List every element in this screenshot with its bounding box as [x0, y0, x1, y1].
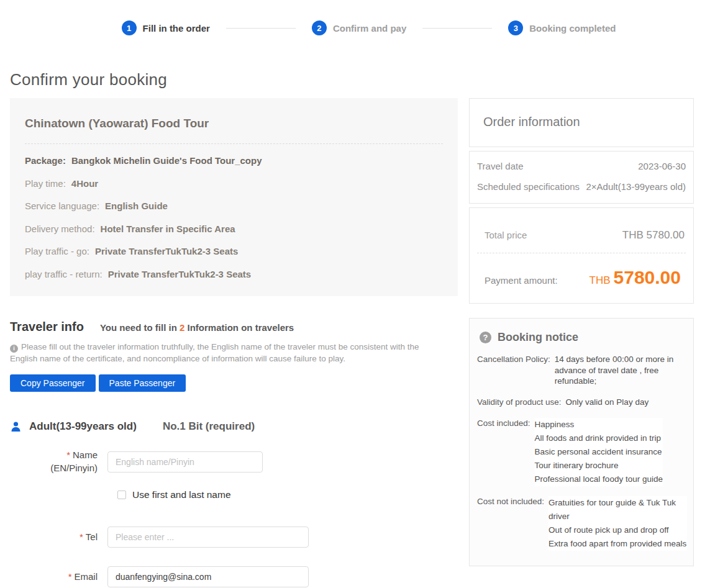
validity-row: Validity of product use: Only valid on P… — [476, 397, 687, 408]
step-connector — [226, 28, 296, 29]
cancellation-policy-label: Cancellation Policy: — [476, 354, 550, 365]
divider — [477, 253, 686, 253]
travel-date-value: 2023-06-30 — [638, 161, 686, 171]
cost-included-item: Basic personal accident insurance — [535, 445, 663, 459]
person-icon — [10, 421, 22, 433]
email-input[interactable] — [107, 566, 309, 587]
cancellation-policy-row: Cancellation Policy: 14 days before 00:0… — [476, 354, 687, 387]
scheduled-specifications-row: Scheduled specifications 2×Adult(13-99ye… — [477, 181, 686, 192]
detail-value: 4Hour — [71, 178, 98, 189]
price-box: Total price THB 5780.00 Payment amount: … — [469, 207, 694, 304]
subtitle-suffix: Information on travelers — [184, 322, 294, 333]
scheduled-specifications-value: 2×Adult(13-99years old) — [586, 181, 686, 192]
use-first-last-name-checkbox[interactable] — [117, 491, 126, 499]
travel-date-row: Travel date 2023-06-30 — [477, 161, 686, 171]
detail-value: Private TransferTukTuk2-3 Seats — [95, 246, 238, 256]
traveler-fill-count-text: You need to fill in 2 Information on tra… — [100, 322, 294, 333]
adult-seq-label: No.1 Bit (required) — [163, 420, 255, 433]
page-title: Confirm your booking — [10, 70, 710, 89]
total-price-value: THB 5780.00 — [622, 229, 685, 242]
traveler-info-heading: Traveler info — [10, 320, 84, 334]
email-label-text: Email — [74, 571, 98, 582]
detail-row-play-time: Play time:4Hour — [25, 178, 443, 190]
name-label-line2: (EN/Pinyin) — [50, 463, 98, 473]
step-2-label: Confirm and pay — [333, 23, 406, 34]
detail-row-delivery-method: Delivery method:Hotel Transfer in Specif… — [25, 223, 443, 235]
product-title: Chinatown (Yaowarat) Food Tour — [25, 117, 443, 130]
booking-notice-heading: Booking notice — [498, 331, 578, 344]
order-summary-box: Travel date 2023-06-30 Scheduled specifi… — [469, 151, 694, 204]
detail-label: Play time: — [25, 178, 66, 189]
traveler-note-text: Please fill out the traveler information… — [10, 342, 419, 363]
cost-included-item: Tour itinerary brochure — [535, 459, 663, 473]
payment-amount-number: 5780.00 — [614, 267, 681, 287]
detail-row-traffic-return: play traffic - return:Private TransferTu… — [25, 268, 443, 281]
traveler-note: iPlease fill out the traveler informatio… — [10, 341, 446, 364]
cost-included-item: Happiness — [535, 418, 663, 432]
cost-included-list: Happiness All foods and drink provided i… — [535, 418, 663, 486]
booking-stepper: 1 Fill in the order 2 Confirm and pay 3 … — [14, 0, 710, 35]
payment-amount-row: Payment amount: THB5780.00 — [477, 267, 686, 288]
cost-included-label: Cost included: — [476, 418, 530, 429]
payment-amount-label: Payment amount: — [485, 275, 558, 286]
validity-value: Only valid on Play day — [566, 397, 649, 408]
step-1-circle: 1 — [122, 20, 137, 35]
cost-not-included-label: Cost not included: — [476, 496, 544, 507]
detail-value: Hotel Transfer in Specific Area — [101, 224, 235, 234]
total-price-row: Total price THB 5780.00 — [477, 229, 686, 242]
name-input[interactable] — [107, 451, 263, 473]
payment-amount-value: THB5780.00 — [558, 267, 686, 288]
cost-not-included-row: Cost not included: Gratuities for tour g… — [476, 496, 687, 551]
detail-label: play traffic - return: — [25, 269, 102, 279]
order-information-header-box: Order information — [469, 98, 694, 147]
step-booking-completed: 3 Booking completed — [508, 20, 616, 35]
detail-label: Delivery method: — [25, 224, 95, 234]
required-asterisk: * — [80, 531, 83, 542]
detail-row-traffic-go: Play traffic - go:Private TransferTukTuk… — [25, 245, 443, 258]
use-first-last-name-label: Use first and last name — [132, 489, 231, 500]
detail-value: Bangkok Michelin Guide's Food Tour_copy — [71, 155, 262, 166]
detail-row-package: Package:Bangkok Michelin Guide's Food To… — [25, 155, 443, 167]
detail-value: Private TransferTukTuk2-3 Seats — [108, 269, 251, 279]
step-confirm-and-pay: 2 Confirm and pay — [312, 20, 406, 35]
cost-not-included-item: Extra food apart from provided meals — [548, 537, 687, 551]
order-information-heading: Order information — [483, 115, 680, 129]
detail-label: Service language: — [25, 201, 99, 211]
question-icon: ? — [480, 332, 491, 343]
detail-label: Play traffic - go: — [25, 246, 89, 256]
detail-label: Package: — [25, 155, 66, 166]
name-label-text: Name — [73, 450, 98, 460]
step-3-label: Booking completed — [529, 23, 616, 34]
required-asterisk: * — [68, 571, 72, 582]
copy-passenger-button[interactable]: Copy Passenger — [10, 374, 96, 392]
product-summary-card: Chinatown (Yaowarat) Food Tour Package:B… — [10, 98, 458, 296]
tel-field-label: *Tel — [10, 531, 107, 543]
cancellation-policy-value: 14 days before 00:00 or more in advance … — [555, 354, 687, 387]
scheduled-specifications-label: Scheduled specifications — [477, 181, 580, 192]
divider — [25, 143, 443, 144]
cost-not-included-list: Gratuities for tour guide & Tuk Tuk driv… — [548, 496, 687, 551]
paste-passenger-button[interactable]: Paste Passenger — [99, 374, 186, 392]
step-fill-in-order: 1 Fill in the order — [122, 20, 210, 35]
step-connector — [422, 28, 492, 29]
email-field-label: *Email — [10, 571, 107, 583]
step-3-circle: 3 — [508, 20, 523, 35]
cost-included-row: Cost included: Happiness All foods and d… — [476, 418, 687, 486]
subtitle-prefix: You need to fill in — [100, 322, 180, 333]
cost-not-included-item: Out of route pick up and drop off — [548, 523, 687, 537]
detail-row-service-language: Service language:English Guide — [25, 200, 443, 212]
name-field-label: *Name (EN/Pinyin) — [10, 449, 107, 474]
travel-date-label: Travel date — [477, 161, 523, 171]
tel-input[interactable] — [107, 527, 309, 548]
validity-label: Validity of product use: — [476, 397, 562, 408]
info-icon: i — [10, 345, 18, 353]
step-1-label: Fill in the order — [143, 23, 210, 34]
detail-value: English Guide — [105, 201, 168, 211]
cost-not-included-item: Gratuities for tour guide & Tuk Tuk driv… — [548, 496, 687, 523]
tel-label-text: Tel — [86, 531, 98, 542]
cost-included-item: Professional local foody tour guide — [535, 473, 663, 486]
adult-section-title: Adult(13-99years old) — [29, 420, 137, 433]
total-price-label: Total price — [485, 230, 527, 240]
required-asterisk: * — [66, 450, 70, 460]
cost-included-item: All foods and drink provided in trip — [535, 432, 663, 445]
